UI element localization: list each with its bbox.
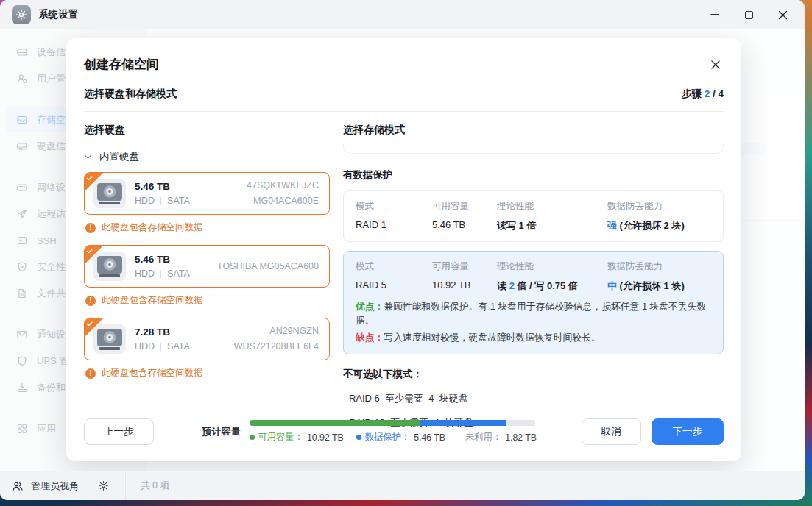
disk-card[interactable]: 5.46 TB HDDSATA TOSHIBA MG05ACA600 <box>84 245 330 288</box>
mode-section-title: 选择存储模式 <box>343 124 724 137</box>
blue-dot-icon <box>356 435 361 440</box>
admin-view-toggle[interactable]: 管理员视角 <box>12 480 79 493</box>
raid5-capacity: 10.92 TB <box>432 279 497 293</box>
admin-view-label: 管理员视角 <box>31 480 79 493</box>
disk-serial: 47SQK1WKFJZC <box>247 178 319 193</box>
hdd-icon <box>93 324 126 354</box>
legend-value: 1.82 TB <box>505 432 537 443</box>
estimated-capacity-label: 预计容量 <box>202 425 241 438</box>
warning-text: 此硬盘包含存储空间数据 <box>102 367 203 380</box>
legend-unused: 未利用：1.82 TB <box>465 431 537 443</box>
legend-label: 数据保护： <box>365 431 410 443</box>
column-capacity: 可用容量 <box>432 200 497 213</box>
legend-protection: 数据保护：5.46 TB <box>356 431 445 443</box>
status-divider <box>125 471 126 501</box>
legend-available: 可用容量：10.92 TB <box>250 431 344 443</box>
internal-disks-label: 内置硬盘 <box>99 150 139 163</box>
type-divider <box>160 343 161 351</box>
disk-size: 5.46 TB <box>135 254 190 265</box>
capacity-segment-available <box>250 420 421 426</box>
protection-level: 中 <box>607 280 617 291</box>
disk-card[interactable]: 7.28 TB HDDSATA AN29NGZN WUS721208BLE6L4 <box>84 318 330 360</box>
modal-footer: 上一步 预计容量 可用容量：10.92 TB 数据保护：5.46 TB <box>84 418 724 445</box>
raid5-pros: 优点：兼顾性能和数据保护。有 1 块盘用于存储校验信息，损坏任意 1 块盘不丢失… <box>356 299 711 327</box>
disk-model: WUS721208BLE6L4 <box>234 339 319 354</box>
disk-type: HDD <box>135 196 155 206</box>
raid5-mode: RAID 5 <box>356 279 432 293</box>
capacity-bar <box>250 420 535 426</box>
column-capacity: 可用容量 <box>432 260 497 273</box>
admin-users-icon <box>12 480 24 492</box>
raid5-cons: 缺点：写入速度相对较慢，硬盘故障时数据恢复时间较长。 <box>356 330 711 344</box>
warning-text: 此硬盘包含存储空间数据 <box>102 221 203 234</box>
raid1-performance: 读写 1 倍 <box>497 219 607 232</box>
cons-label: 缺点： <box>356 332 384 343</box>
protection-level: 强 <box>607 220 617 231</box>
disk-card[interactable]: 5.46 TB HDDSATA 47SQK1WKFJZC MG04ACA600E <box>84 172 330 215</box>
legend-label: 未利用： <box>465 431 501 443</box>
disk-type: HDD <box>135 341 155 352</box>
column-performance: 理论性能 <box>497 260 607 273</box>
close-window-button[interactable] <box>775 7 790 22</box>
raid1-protection: 强 (允许损坏 2 块) <box>607 219 711 232</box>
column-performance: 理论性能 <box>497 200 607 213</box>
legend-value: 10.92 TB <box>307 432 344 443</box>
items-count: 共 0 项 <box>141 480 169 492</box>
raid5-performance: 读 2 倍 / 写 0.75 倍 <box>497 279 607 293</box>
status-bar: 管理员视角 共 0 项 <box>0 471 805 500</box>
disk-bus: SATA <box>167 196 190 206</box>
legend-label: 可用容量： <box>258 431 303 443</box>
disk-warning: ! 此硬盘包含存储空间数据 <box>85 294 330 307</box>
chevron-down-icon <box>84 153 92 161</box>
minimize-button[interactable] <box>707 7 722 22</box>
disk-section-title: 选择硬盘 <box>84 124 330 137</box>
warning-icon: ! <box>85 223 96 233</box>
title-bar: 系统设置 <box>0 0 805 29</box>
app-gear-icon <box>12 5 31 24</box>
type-divider <box>160 270 161 278</box>
disk-selection-panel: 选择硬盘 内置硬盘 5.46 TB HDDSATA 4 <box>84 124 330 430</box>
modal-close-icon[interactable] <box>707 57 724 73</box>
disk-bus: SATA <box>167 341 190 352</box>
pros-label: 优点： <box>356 301 384 312</box>
legend-value: 5.46 TB <box>414 432 445 443</box>
modal-subtitle: 选择硬盘和存储模式 <box>84 88 177 101</box>
storage-mode-panel: 选择存储模式 有数据保护 模式 可用容量 理论性能 数据防丢能力 RAID 1 … <box>343 124 724 430</box>
column-mode: 模式 <box>356 200 432 213</box>
unavailable-mode-raid6: · RAID 6 至少需要 4 块硬盘 <box>343 392 724 405</box>
window-title: 系统设置 <box>38 8 78 21</box>
capacity-segment-protection <box>420 420 506 426</box>
disk-warning: ! 此硬盘包含存储空间数据 <box>85 367 330 380</box>
raid1-mode: RAID 1 <box>356 219 432 232</box>
disk-warning: ! 此硬盘包含存储空间数据 <box>85 221 330 234</box>
disk-model: MG04ACA600E <box>247 193 319 209</box>
capacity-legend: 可用容量：10.92 TB 数据保护：5.46 TB 未利用：1.82 TB <box>250 431 535 443</box>
green-dot-icon <box>250 435 255 440</box>
disk-serial: AN29NGZN <box>234 324 319 339</box>
warning-icon: ! <box>85 296 96 306</box>
raid1-mode-card[interactable]: 模式 可用容量 理论性能 数据防丢能力 RAID 1 5.46 TB 读写 1 … <box>343 190 724 242</box>
disk-bus: SATA <box>167 268 190 279</box>
status-gear-icon[interactable] <box>98 480 109 491</box>
raid1-capacity: 5.46 TB <box>432 219 497 232</box>
disk-identifiers: TOSHIBA MG05ACA600 <box>217 259 319 274</box>
hdd-icon <box>93 179 126 208</box>
column-protection: 数据防丢能力 <box>607 200 711 213</box>
protected-modes-label: 有数据保护 <box>343 168 724 182</box>
maximize-button[interactable] <box>741 7 756 22</box>
capacity-segment-unused <box>506 420 535 426</box>
raid5-mode-card[interactable]: 模式 可用容量 理论性能 数据防丢能力 RAID 5 10.92 TB 读 2 … <box>343 251 724 354</box>
column-protection: 数据防丢能力 <box>607 260 711 273</box>
warning-icon: ! <box>85 368 96 379</box>
disk-identifiers: AN29NGZN WUS721208BLE6L4 <box>234 324 319 354</box>
previous-step-button[interactable]: 上一步 <box>84 418 154 445</box>
app-window: 系统设置 设备信息 用户管理 存储空间 硬盘信息 网络设置 <box>0 0 805 500</box>
cancel-button[interactable]: 取消 <box>582 418 641 445</box>
raid5-protection: 中 (允许损坏 1 块) <box>607 279 711 293</box>
next-step-button[interactable]: 下一步 <box>652 418 724 445</box>
disk-identifiers: 47SQK1WKFJZC MG04ACA600E <box>247 178 319 208</box>
internal-disks-group-toggle[interactable]: 内置硬盘 <box>84 150 330 163</box>
modal-title: 创建存储空间 <box>84 56 159 73</box>
unavailable-modes-title: 不可选以下模式： <box>343 368 724 381</box>
disk-type: HDD <box>135 268 155 279</box>
